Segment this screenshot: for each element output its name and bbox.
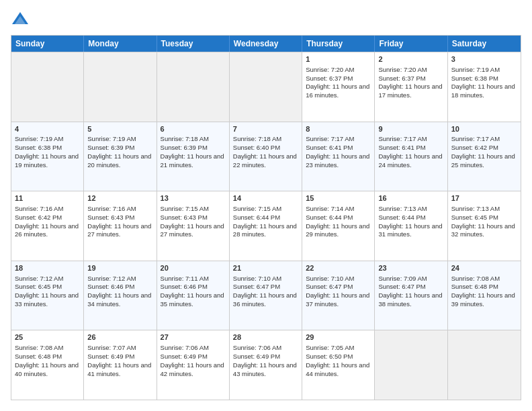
day-info: Sunrise: 7:17 AM Sunset: 6:41 PM Dayligh…: [378, 135, 442, 168]
calendar-cell: 4Sunrise: 7:19 AM Sunset: 6:38 PM Daylig…: [11, 122, 84, 191]
calendar-cell: 22Sunrise: 7:10 AM Sunset: 6:47 PM Dayli…: [302, 261, 375, 330]
day-info: Sunrise: 7:06 AM Sunset: 6:49 PM Dayligh…: [161, 344, 224, 377]
day-number: 4: [15, 124, 80, 134]
day-info: Sunrise: 7:14 AM Sunset: 6:44 PM Dayligh…: [306, 205, 369, 238]
calendar-body: 1Sunrise: 7:20 AM Sunset: 6:37 PM Daylig…: [11, 52, 521, 400]
day-info: Sunrise: 7:18 AM Sunset: 6:40 PM Dayligh…: [233, 135, 297, 168]
calendar-cell: 5Sunrise: 7:19 AM Sunset: 6:39 PM Daylig…: [84, 122, 157, 191]
header: [11, 11, 521, 30]
calendar-cell: 8Sunrise: 7:17 AM Sunset: 6:41 PM Daylig…: [302, 122, 375, 191]
day-header-thursday: Thursday: [302, 36, 375, 52]
day-info: Sunrise: 7:12 AM Sunset: 6:45 PM Dayligh…: [15, 275, 79, 308]
day-number: 23: [378, 263, 443, 273]
calendar-cell: 28Sunrise: 7:06 AM Sunset: 6:49 PM Dayli…: [230, 330, 302, 400]
day-number: 18: [15, 263, 80, 273]
calendar-cell: 2Sunrise: 7:20 AM Sunset: 6:37 PM Daylig…: [375, 52, 447, 122]
calendar-cell: 18Sunrise: 7:12 AM Sunset: 6:45 PM Dayli…: [11, 261, 84, 330]
calendar-cell: 6Sunrise: 7:18 AM Sunset: 6:39 PM Daylig…: [157, 122, 230, 191]
day-info: Sunrise: 7:10 AM Sunset: 6:47 PM Dayligh…: [306, 275, 369, 308]
day-number: 8: [306, 124, 371, 134]
calendar-cell: 19Sunrise: 7:12 AM Sunset: 6:46 PM Dayli…: [84, 261, 157, 330]
day-number: 5: [87, 124, 152, 134]
day-header-sunday: Sunday: [11, 36, 84, 52]
calendar-cell: 1Sunrise: 7:20 AM Sunset: 6:37 PM Daylig…: [302, 52, 375, 122]
day-info: Sunrise: 7:05 AM Sunset: 6:50 PM Dayligh…: [306, 344, 369, 377]
day-header-tuesday: Tuesday: [157, 36, 230, 52]
day-number: 10: [451, 124, 517, 134]
day-info: Sunrise: 7:18 AM Sunset: 6:39 PM Dayligh…: [161, 135, 224, 168]
calendar: SundayMondayTuesdayWednesdayThursdayFrid…: [11, 35, 521, 400]
calendar-cell: 29Sunrise: 7:05 AM Sunset: 6:50 PM Dayli…: [302, 330, 375, 400]
calendar-cell: 14Sunrise: 7:15 AM Sunset: 6:44 PM Dayli…: [230, 191, 302, 261]
day-info: Sunrise: 7:20 AM Sunset: 6:37 PM Dayligh…: [378, 66, 442, 99]
logo-icon: [11, 11, 30, 30]
calendar-cell: [11, 52, 84, 122]
day-header-friday: Friday: [375, 36, 447, 52]
day-number: 14: [233, 193, 298, 203]
calendar-cell: [375, 330, 447, 400]
day-info: Sunrise: 7:11 AM Sunset: 6:46 PM Dayligh…: [161, 275, 224, 308]
calendar-cell: 25Sunrise: 7:08 AM Sunset: 6:48 PM Dayli…: [11, 330, 84, 400]
calendar-cell: [448, 330, 521, 400]
day-number: 2: [378, 54, 443, 64]
calendar-cell: 26Sunrise: 7:07 AM Sunset: 6:49 PM Dayli…: [84, 330, 157, 400]
calendar-cell: 24Sunrise: 7:08 AM Sunset: 6:48 PM Dayli…: [448, 261, 521, 330]
day-number: 9: [378, 124, 443, 134]
page: SundayMondayTuesdayWednesdayThursdayFrid…: [0, 0, 532, 411]
day-info: Sunrise: 7:08 AM Sunset: 6:48 PM Dayligh…: [15, 344, 79, 377]
calendar-cell: 10Sunrise: 7:17 AM Sunset: 6:42 PM Dayli…: [448, 122, 521, 191]
day-number: 6: [161, 124, 226, 134]
logo: [11, 11, 32, 30]
day-info: Sunrise: 7:20 AM Sunset: 6:37 PM Dayligh…: [306, 66, 369, 99]
day-number: 3: [451, 54, 517, 64]
day-header-saturday: Saturday: [448, 36, 521, 52]
day-number: 12: [87, 193, 152, 203]
day-info: Sunrise: 7:17 AM Sunset: 6:42 PM Dayligh…: [451, 135, 515, 168]
day-info: Sunrise: 7:09 AM Sunset: 6:47 PM Dayligh…: [378, 275, 442, 308]
day-number: 15: [306, 193, 371, 203]
day-info: Sunrise: 7:19 AM Sunset: 6:38 PM Dayligh…: [451, 66, 515, 99]
day-number: 25: [15, 332, 80, 342]
calendar-row: 1Sunrise: 7:20 AM Sunset: 6:37 PM Daylig…: [11, 52, 521, 122]
day-number: 24: [451, 263, 517, 273]
day-number: 7: [233, 124, 298, 134]
day-info: Sunrise: 7:13 AM Sunset: 6:45 PM Dayligh…: [451, 205, 515, 238]
day-info: Sunrise: 7:08 AM Sunset: 6:48 PM Dayligh…: [451, 275, 515, 308]
day-number: 17: [451, 193, 517, 203]
day-info: Sunrise: 7:17 AM Sunset: 6:41 PM Dayligh…: [306, 135, 369, 168]
calendar-cell: 21Sunrise: 7:10 AM Sunset: 6:47 PM Dayli…: [230, 261, 302, 330]
calendar-cell: 3Sunrise: 7:19 AM Sunset: 6:38 PM Daylig…: [448, 52, 521, 122]
calendar-cell: 9Sunrise: 7:17 AM Sunset: 6:41 PM Daylig…: [375, 122, 447, 191]
day-info: Sunrise: 7:15 AM Sunset: 6:44 PM Dayligh…: [233, 205, 297, 238]
day-number: 28: [233, 332, 298, 342]
calendar-cell: 7Sunrise: 7:18 AM Sunset: 6:40 PM Daylig…: [230, 122, 302, 191]
day-number: 1: [306, 54, 371, 64]
calendar-cell: 12Sunrise: 7:16 AM Sunset: 6:43 PM Dayli…: [84, 191, 157, 261]
calendar-row: 11Sunrise: 7:16 AM Sunset: 6:42 PM Dayli…: [11, 191, 521, 261]
day-number: 26: [87, 332, 152, 342]
day-info: Sunrise: 7:07 AM Sunset: 6:49 PM Dayligh…: [87, 344, 151, 377]
calendar-header: SundayMondayTuesdayWednesdayThursdayFrid…: [11, 36, 521, 52]
day-number: 22: [306, 263, 371, 273]
day-number: 20: [161, 263, 226, 273]
calendar-cell: 11Sunrise: 7:16 AM Sunset: 6:42 PM Dayli…: [11, 191, 84, 261]
day-info: Sunrise: 7:13 AM Sunset: 6:44 PM Dayligh…: [378, 205, 442, 238]
day-number: 27: [161, 332, 226, 342]
day-info: Sunrise: 7:06 AM Sunset: 6:49 PM Dayligh…: [233, 344, 297, 377]
day-header-monday: Monday: [84, 36, 157, 52]
calendar-cell: 15Sunrise: 7:14 AM Sunset: 6:44 PM Dayli…: [302, 191, 375, 261]
day-number: 21: [233, 263, 298, 273]
day-info: Sunrise: 7:12 AM Sunset: 6:46 PM Dayligh…: [87, 275, 151, 308]
calendar-row: 25Sunrise: 7:08 AM Sunset: 6:48 PM Dayli…: [11, 330, 521, 400]
day-info: Sunrise: 7:19 AM Sunset: 6:39 PM Dayligh…: [87, 135, 151, 168]
calendar-cell: 16Sunrise: 7:13 AM Sunset: 6:44 PM Dayli…: [375, 191, 447, 261]
day-number: 19: [87, 263, 152, 273]
calendar-cell: 17Sunrise: 7:13 AM Sunset: 6:45 PM Dayli…: [448, 191, 521, 261]
day-number: 13: [161, 193, 226, 203]
calendar-cell: 13Sunrise: 7:15 AM Sunset: 6:43 PM Dayli…: [157, 191, 230, 261]
calendar-cell: [84, 52, 157, 122]
calendar-cell: [230, 52, 302, 122]
day-info: Sunrise: 7:15 AM Sunset: 6:43 PM Dayligh…: [161, 205, 224, 238]
day-info: Sunrise: 7:16 AM Sunset: 6:43 PM Dayligh…: [87, 205, 151, 238]
calendar-cell: 27Sunrise: 7:06 AM Sunset: 6:49 PM Dayli…: [157, 330, 230, 400]
